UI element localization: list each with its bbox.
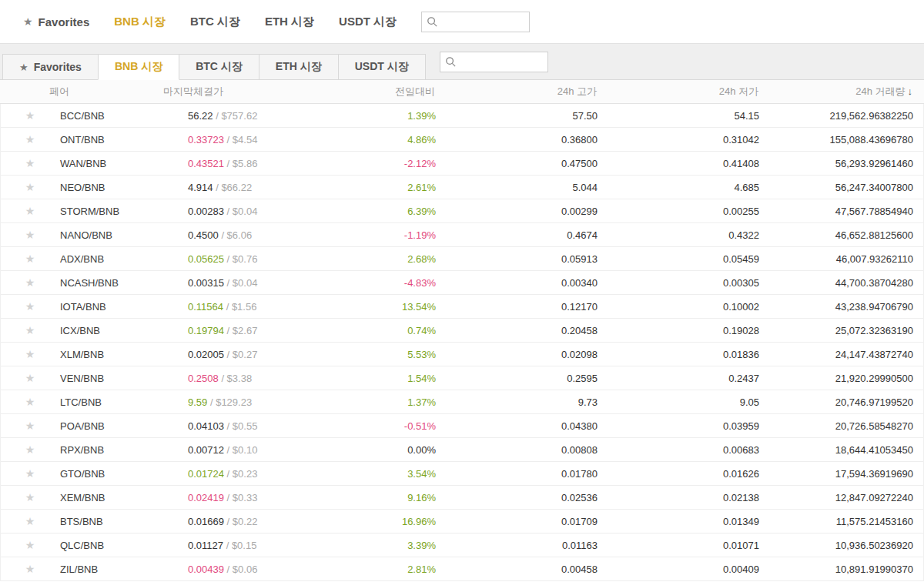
header-last-price[interactable]: 마지막체결가 [162,85,327,99]
last-price: 0.00283 [188,206,224,217]
low-24h: 0.10002 [598,301,759,313]
favorite-star-icon[interactable]: ★ [25,205,35,217]
last-price: 0.04103 [188,420,224,432]
price-separator: / [219,373,227,384]
price-separator: / [224,277,233,289]
usd-price: $66.22 [221,182,252,193]
change-percent: 1.39% [328,110,436,122]
low-24h: 0.01626 [598,468,759,480]
high-24h: 0.00299 [436,206,598,217]
price-separator: / [224,420,233,432]
favorite-star-icon[interactable]: ★ [25,372,35,384]
table-row[interactable]: ★ ZIL/BNB 0.00439 / $0.06 2.81% 0.00458 … [1,557,923,581]
header-high[interactable]: 24h 고가 [435,85,597,99]
tab-label: BTC 시장 [190,15,240,29]
table-row[interactable]: ★ STORM/BNB 0.00283 / $0.04 6.39% 0.0029… [1,199,923,223]
usd-price: $0.10 [233,444,258,456]
change-percent: 0.00% [328,444,436,456]
change-percent: 2.81% [328,564,436,575]
volume-24h: 56,247.34007800 [759,182,924,193]
last-price: 0.4500 [188,229,219,241]
top-nav-eth-market[interactable]: ETH 시장 [265,15,314,29]
high-24h: 0.00458 [436,564,598,575]
favorite-star-icon[interactable]: ★ [25,467,35,480]
table-row[interactable]: ★ ICX/BNB 0.19794 / $2.67 0.74% 0.20458 … [1,319,923,343]
table-row[interactable]: ★ NCASH/BNB 0.00315 / $0.04 -4.83% 0.003… [1,271,923,295]
tab-favorites[interactable]: ★Favorites [2,54,99,80]
volume-24h: 21,920.29990500 [759,373,924,384]
usd-price: $0.33 [233,492,258,503]
favorite-star-icon[interactable]: ★ [25,443,35,456]
top-nav-favorites[interactable]: ★Favorites [23,15,89,28]
header-low[interactable]: 24h 저가 [597,85,758,99]
header-volume-sort[interactable]: 24h 거래량↓ [758,85,924,99]
favorite-star-icon[interactable]: ★ [25,229,35,241]
header-pair[interactable]: 페어 [46,85,162,99]
table-search-box[interactable] [440,52,548,72]
last-price: 4.914 [188,182,213,193]
favorite-star-icon[interactable]: ★ [25,109,35,122]
table-row[interactable]: ★ VEN/BNB 0.2508 / $3.38 1.54% 0.2595 0.… [1,366,923,390]
favorite-star-icon[interactable]: ★ [25,276,35,289]
table-row[interactable]: ★ RPX/BNB 0.00712 / $0.10 0.00% 0.00808 … [1,438,923,462]
tab-eth-market[interactable]: ETH 시장 [259,54,339,80]
favorite-star-icon[interactable]: ★ [25,420,35,432]
tab-bnb-market[interactable]: BNB 시장 [98,54,179,80]
usd-price: $0.76 [233,253,258,265]
top-nav-btc-market[interactable]: BTC 시장 [190,15,240,29]
sort-desc-icon: ↓ [908,85,913,97]
table-row[interactable]: ★ IOTA/BNB 0.11564 / $1.56 13.54% 0.1217… [1,295,923,319]
table-row[interactable]: ★ BCC/BNB 56.22 / $757.62 1.39% 57.50 54… [1,104,923,128]
favorite-star-icon[interactable]: ★ [25,133,35,146]
header-change[interactable]: 전일대비 [327,85,435,99]
change-percent: 5.53% [328,349,436,360]
change-percent: 2.68% [328,253,436,265]
high-24h: 5.044 [436,182,598,193]
tab-label: USDT 시장 [339,15,397,29]
favorite-star-icon[interactable]: ★ [25,563,35,575]
market-rows: ★ BCC/BNB 56.22 / $757.62 1.39% 57.50 54… [0,104,924,581]
price-separator: / [224,564,233,575]
last-price: 0.05625 [188,253,224,265]
tab-usdt-market[interactable]: USDT 시장 [338,54,426,80]
favorite-star-icon[interactable]: ★ [25,348,35,360]
table-row[interactable]: ★ GTO/BNB 0.01724 / $0.23 3.54% 0.01780 … [1,462,923,486]
pair-label: NEO/BNB [47,182,162,193]
search-icon [445,56,457,68]
favorite-star-icon[interactable]: ★ [25,539,35,551]
favorite-star-icon[interactable]: ★ [25,396,35,408]
favorite-star-icon[interactable]: ★ [25,324,35,336]
table-search-input[interactable] [460,56,543,68]
usd-price: $3.38 [227,373,253,384]
table-row[interactable]: ★ NEO/BNB 4.914 / $66.22 2.61% 5.044 4.6… [1,176,923,199]
change-percent: -0.51% [328,420,436,432]
top-search-input[interactable] [442,16,524,28]
table-row[interactable]: ★ ADX/BNB 0.05625 / $0.76 2.68% 0.05913 … [1,247,923,271]
tab-btc-market[interactable]: BTC 시장 [179,54,259,80]
favorite-star-icon[interactable]: ★ [25,181,35,193]
table-row[interactable]: ★ ONT/BNB 0.33723 / $4.54 4.86% 0.36800 … [1,128,923,152]
favorite-star-icon[interactable]: ★ [25,157,35,169]
table-row[interactable]: ★ POA/BNB 0.04103 / $0.55 -0.51% 0.04380… [1,414,923,438]
table-row[interactable]: ★ WAN/BNB 0.43521 / $5.86 -2.12% 0.47500… [1,152,923,176]
pair-label: QLC/BNB [47,540,162,551]
table-row[interactable]: ★ LTC/BNB 9.59 / $129.23 1.37% 9.73 9.05… [1,390,923,414]
top-nav-usdt-market[interactable]: USDT 시장 [339,15,397,29]
table-row[interactable]: ★ XLM/BNB 0.02005 / $0.27 5.53% 0.02098 … [1,343,923,366]
low-24h: 0.05459 [598,253,759,265]
favorite-star-icon[interactable]: ★ [25,515,35,527]
top-search-box[interactable] [421,12,530,32]
last-price: 0.43521 [188,158,224,169]
favorite-star-icon[interactable]: ★ [25,491,35,503]
table-row[interactable]: ★ NANO/BNB 0.4500 / $6.06 -1.19% 0.4674 … [1,223,923,247]
favorite-star-icon[interactable]: ★ [25,300,35,313]
table-row[interactable]: ★ XEM/BNB 0.02419 / $0.33 9.16% 0.02536 … [1,486,923,510]
usd-price: $757.62 [221,110,257,122]
tab-label: BNB 시장 [114,15,166,29]
price-separator: / [224,134,233,146]
pair-label: POA/BNB [47,420,162,432]
top-nav-bnb-market[interactable]: BNB 시장 [114,15,166,29]
favorite-star-icon[interactable]: ★ [25,253,35,265]
table-row[interactable]: ★ QLC/BNB 0.01127 / $0.15 3.39% 0.01163 … [1,534,923,557]
table-row[interactable]: ★ BTS/BNB 0.01669 / $0.22 16.96% 0.01709… [1,510,923,534]
